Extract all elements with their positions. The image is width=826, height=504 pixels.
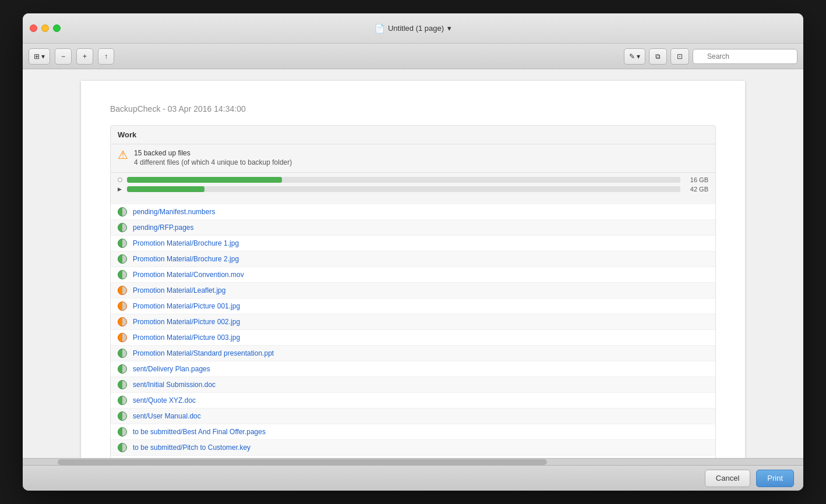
file-status-icon <box>118 364 127 374</box>
file-name: Promotion Material/Picture 002.jpg <box>133 318 240 326</box>
file-row: Promotion Material/Picture 001.jpg <box>111 299 715 314</box>
pen-button[interactable]: ✎ ▾ <box>624 48 645 65</box>
file-name: to be submitted/Pitch to Customer.key <box>133 443 250 452</box>
file-status-icon <box>118 333 127 342</box>
zoom-out-icon: − <box>61 52 65 61</box>
warning-icon: ⚠ <box>118 148 128 162</box>
file-status-icon <box>118 301 127 311</box>
file-name: sent/User Manual.doc <box>133 412 201 420</box>
toolbar: ⊞ ▾ − + ↑ ✎ ▾ ⧉ ⊡ 🔍 <box>23 44 803 69</box>
file-status-icon <box>118 443 127 452</box>
file-status-icon <box>118 411 127 421</box>
progress-section: 16 GB ▶ 42 GB <box>111 173 715 200</box>
share-button[interactable]: ↑ <box>98 48 114 65</box>
content-area: BackupCheck - 03 Apr 2016 14:34:00 Work … <box>23 69 803 458</box>
file-name: sent/Quote XYZ.doc <box>133 396 196 404</box>
title-dropdown-icon[interactable]: ▾ <box>447 24 451 33</box>
window-title-area: 📄 Untitled (1 page) ▾ <box>375 24 451 33</box>
file-status-icon <box>118 207 127 216</box>
pen-dropdown-icon: ▾ <box>637 52 640 61</box>
file-status-icon <box>118 396 127 405</box>
file-name: to be submitted/Best And Final Offer.pag… <box>133 428 266 436</box>
view-toggle-icon: ⊞ <box>34 52 40 61</box>
warning-text-block: 15 backed up files 4 different files (of… <box>134 149 292 168</box>
file-row: to be submitted/Pitch to Customer.key <box>111 440 715 456</box>
pen-icon: ✎ <box>629 52 635 61</box>
zoom-in-icon: + <box>83 52 87 61</box>
file-row: Promotion Material/Standard presentation… <box>111 346 715 361</box>
app-window: 📄 Untitled (1 page) ▾ ⊞ ▾ − + ↑ ✎ ▾ ⧉ <box>23 13 803 491</box>
file-status-icon <box>118 317 127 326</box>
progress-label-1: 16 GB <box>685 176 708 183</box>
file-status-icon <box>118 286 127 295</box>
document-page: BackupCheck - 03 Apr 2016 14:34:00 Work … <box>81 81 745 458</box>
copy-button[interactable]: ⧉ <box>649 48 667 65</box>
file-status-icon <box>118 223 127 232</box>
progress-bar-2 <box>127 186 680 192</box>
progress-row-1: 16 GB <box>118 176 708 183</box>
file-row: sent/User Manual.doc <box>111 409 715 424</box>
file-row: Promotion Material/Brochure 2.jpg <box>111 251 715 267</box>
cancel-button[interactable]: Cancel <box>705 470 750 487</box>
report-title: BackupCheck - 03 Apr 2016 14:34:00 <box>110 104 716 113</box>
progress-arrow-icon: ▶ <box>118 186 122 192</box>
close-button[interactable] <box>30 24 37 32</box>
zoom-out-button[interactable]: − <box>55 48 72 65</box>
scrollbar-track[interactable] <box>23 458 803 465</box>
file-name: pending/Manifest.numbers <box>133 208 215 216</box>
file-row: Promotion Material/Leaflet.jpg <box>111 283 715 299</box>
file-status-icon <box>118 427 127 436</box>
warning-area: ⚠ 15 backed up files 4 different files (… <box>111 144 715 173</box>
print-button[interactable]: Print <box>756 470 794 487</box>
progress-bar-fill-2 <box>127 186 204 192</box>
file-row: sent/Delivery Plan.pages <box>111 361 715 377</box>
view-toggle-dropdown-icon: ▾ <box>41 52 45 61</box>
file-name: Promotion Material/Brochure 2.jpg <box>133 255 239 263</box>
view-toggle-button[interactable]: ⊞ ▾ <box>29 48 50 65</box>
file-row: Promotion Material/Picture 003.jpg <box>111 330 715 346</box>
copy-icon: ⧉ <box>655 52 661 61</box>
maximize-button[interactable] <box>53 24 61 32</box>
file-name: Promotion Material/Picture 001.jpg <box>133 302 240 310</box>
file-name: Promotion Material/Picture 003.jpg <box>133 333 240 342</box>
file-row: Promotion Material/Convention.mov <box>111 267 715 283</box>
bottom-bar: Cancel Print <box>23 465 803 491</box>
file-name: pending/RFP.pages <box>133 223 194 232</box>
file-name: Promotion Material/Brochure 1.jpg <box>133 239 239 247</box>
file-status-icon <box>118 239 127 248</box>
file-status-icon <box>118 349 127 358</box>
search-wrapper: 🔍 <box>693 49 797 64</box>
pdf-icon: 📄 <box>375 24 384 33</box>
progress-bar-1 <box>127 177 680 183</box>
file-row: pending/RFP.pages <box>111 220 715 236</box>
file-name: Promotion Material/Convention.mov <box>133 271 244 279</box>
file-name: sent/Delivery Plan.pages <box>133 365 210 373</box>
section-name: Work <box>111 126 715 144</box>
warning-detail: 4 different files (of which 4 unique to … <box>134 157 292 168</box>
search-input[interactable] <box>693 49 797 64</box>
show-icon: ⊡ <box>677 52 683 61</box>
file-row: sent/Quote XYZ.doc <box>111 393 715 409</box>
file-status-icon <box>118 254 127 264</box>
work-section: Work ⚠ 15 backed up files 4 different fi… <box>110 125 716 458</box>
file-row: sent/Initial Submission.doc <box>111 377 715 393</box>
show-button[interactable]: ⊡ <box>670 48 689 65</box>
file-list: pending/Manifest.numberspending/RFP.page… <box>111 204 715 458</box>
file-row: to be submitted/Best And Final Offer.pag… <box>111 424 715 440</box>
toolbar-right: ✎ ▾ ⧉ ⊡ 🔍 <box>624 48 797 65</box>
file-name: Promotion Material/Leaflet.jpg <box>133 286 225 294</box>
scrollbar-thumb[interactable] <box>58 459 547 465</box>
file-name: sent/Initial Submission.doc <box>133 381 216 389</box>
file-status-icon <box>118 380 127 389</box>
window-title: Untitled (1 page) <box>388 24 444 33</box>
share-icon: ↑ <box>104 52 108 61</box>
warning-title: 15 backed up files <box>134 149 292 157</box>
minimize-button[interactable] <box>41 24 49 32</box>
file-row: Promotion Material/Picture 002.jpg <box>111 314 715 330</box>
progress-dot-1 <box>118 178 122 182</box>
zoom-in-button[interactable]: + <box>76 48 93 65</box>
progress-row-2: ▶ 42 GB <box>118 186 708 193</box>
traffic-lights <box>30 24 61 32</box>
file-row: pending/Manifest.numbers <box>111 204 715 220</box>
file-status-icon <box>118 270 127 279</box>
